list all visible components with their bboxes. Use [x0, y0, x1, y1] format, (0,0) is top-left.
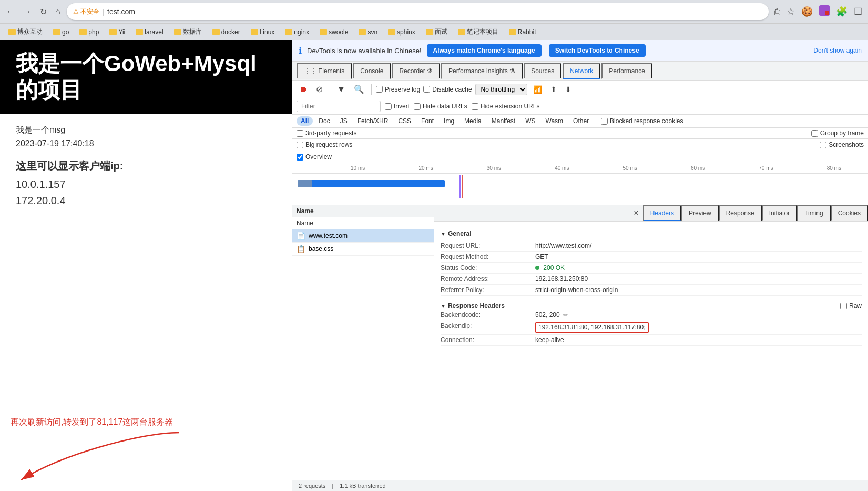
details-tab-preview[interactable]: Preview: [681, 205, 719, 221]
disable-cache-checkbox[interactable]: [423, 86, 430, 93]
address-bar[interactable]: ⚠ 不安全 | test.com: [67, 3, 769, 20]
refresh-button[interactable]: ↻: [38, 5, 49, 19]
back-button[interactable]: ←: [4, 5, 17, 18]
hide-data-urls-checkbox[interactable]: [414, 103, 421, 110]
bookmark-notebook[interactable]: 笔记本项目: [454, 26, 503, 38]
details-tab-headers[interactable]: Headers: [643, 205, 681, 221]
details-tab-response[interactable]: Response: [719, 205, 762, 221]
extension-icon[interactable]: 🧩: [834, 4, 849, 19]
bookmark-interview[interactable]: 面试: [422, 26, 452, 38]
dismiss-button[interactable]: Don't show again: [813, 47, 862, 54]
raw-label[interactable]: Raw: [840, 302, 862, 309]
blocked-cookies-label[interactable]: Blocked response cookies: [601, 117, 683, 125]
export-button[interactable]: ⬇: [563, 84, 574, 95]
tab-performance[interactable]: Performance: [601, 63, 652, 79]
filter-css[interactable]: CSS: [394, 116, 415, 126]
bookmark-linux[interactable]: Linux: [247, 27, 279, 37]
filter-manifest[interactable]: Manifest: [487, 116, 519, 126]
record-button[interactable]: ⏺: [297, 83, 310, 96]
window-icon[interactable]: ☐: [852, 4, 864, 19]
hide-extension-urls-label[interactable]: Hide extension URLs: [472, 103, 540, 110]
group-by-frame-checkbox[interactable]: [811, 130, 818, 137]
devtools-panel: ℹ DevTools is now available in Chinese! …: [292, 40, 868, 491]
bookmark-php[interactable]: php: [75, 27, 103, 37]
bookmark-rabbit[interactable]: Rabbit: [505, 27, 540, 37]
filter-fetch-xhr[interactable]: Fetch/XHR: [353, 116, 393, 126]
filter-media[interactable]: Media: [460, 116, 486, 126]
profile-icon[interactable]: [818, 4, 831, 20]
edit-icon[interactable]: ✏: [563, 312, 568, 318]
connection-key: Connection:: [441, 336, 535, 344]
wifi-icon[interactable]: 📶: [530, 84, 545, 95]
blocked-cookies-checkbox[interactable]: [601, 118, 608, 125]
network-item-css[interactable]: 📋 base.css: [292, 243, 434, 256]
bookmark-swoole[interactable]: swoole: [315, 27, 352, 37]
bookmark-yii[interactable]: Yii: [105, 27, 129, 37]
preserve-log-label[interactable]: Preserve log: [376, 86, 420, 93]
hide-data-urls-label[interactable]: Hide data URLs: [414, 103, 467, 110]
overview-checkbox[interactable]: [297, 154, 303, 161]
group-by-frame-label[interactable]: Group by frame: [811, 129, 864, 137]
details-tab-cookies[interactable]: Cookies: [831, 205, 868, 221]
hide-extension-urls-checkbox[interactable]: [472, 103, 478, 110]
forward-button[interactable]: →: [21, 5, 34, 18]
cookie-icon[interactable]: 🍪: [800, 4, 814, 19]
star-icon[interactable]: ☆: [785, 4, 796, 19]
disable-cache-label[interactable]: Disable cache: [423, 86, 472, 93]
screenshots-checkbox[interactable]: [820, 142, 826, 148]
filter-other[interactable]: Other: [569, 116, 593, 126]
tab-elements[interactable]: ⋮⋮ Elements: [297, 63, 352, 79]
bookmark-docker[interactable]: docker: [208, 27, 244, 37]
filter-input[interactable]: [297, 101, 381, 112]
filter-img[interactable]: Img: [440, 116, 458, 126]
third-party-checkbox[interactable]: [297, 130, 303, 137]
switch-chinese-button[interactable]: Switch DevTools to Chinese: [549, 44, 646, 57]
tab-sources[interactable]: Sources: [524, 63, 561, 79]
match-language-button[interactable]: Always match Chrome's language: [427, 44, 542, 57]
filter-button[interactable]: ▼: [334, 83, 348, 96]
bookmark-bz[interactable]: 博众互动: [4, 26, 47, 38]
close-details-button[interactable]: ×: [629, 206, 642, 220]
details-tab-timing[interactable]: Timing: [797, 205, 831, 221]
filter-wasm[interactable]: Wasm: [542, 116, 568, 126]
status-code-row: Status Code: 200 OK: [441, 263, 862, 274]
raw-checkbox[interactable]: [840, 303, 847, 309]
folder-icon: [136, 29, 143, 35]
share-icon[interactable]: ⎙: [773, 5, 782, 19]
import-button[interactable]: ⬆: [548, 84, 559, 95]
big-rows-checkbox[interactable]: [297, 142, 303, 148]
filter-doc[interactable]: Doc: [314, 116, 334, 126]
bookmark-sphinx[interactable]: sphinx: [384, 27, 420, 37]
filter-all[interactable]: All: [297, 116, 313, 126]
bookmark-db[interactable]: 数据库: [170, 26, 206, 38]
folder-icon: [109, 29, 117, 35]
bookmark-laravel[interactable]: laravel: [131, 27, 167, 37]
overview-label[interactable]: Overview: [297, 153, 332, 161]
home-button[interactable]: ⌂: [53, 5, 63, 18]
big-rows-label[interactable]: Big request rows: [297, 141, 352, 148]
network-list-col-header: Name: [292, 217, 434, 229]
bookmark-nginx[interactable]: nginx: [281, 27, 313, 37]
invert-checkbox[interactable]: [385, 103, 392, 110]
tab-recorder[interactable]: Recorder ⚗: [392, 63, 440, 79]
filter-js[interactable]: JS: [336, 116, 352, 126]
third-party-label[interactable]: 3rd-party requests: [297, 129, 356, 137]
tab-console[interactable]: Console: [353, 63, 391, 79]
tab-performance-insights[interactable]: Performance insights ⚗: [441, 63, 523, 79]
throttle-select[interactable]: No throttling: [475, 84, 527, 95]
filter-ws[interactable]: WS: [521, 116, 539, 126]
bookmark-svn[interactable]: svn: [354, 27, 382, 37]
tl-70: 70 ms: [732, 165, 800, 171]
network-item-www[interactable]: 📄 www.test.com: [292, 229, 434, 243]
invert-label[interactable]: Invert: [385, 103, 410, 110]
preserve-log-checkbox[interactable]: [376, 86, 383, 93]
bookmark-go[interactable]: go: [49, 27, 73, 37]
screenshots-label[interactable]: Screenshots: [820, 141, 864, 148]
search-button[interactable]: 🔍: [351, 83, 367, 96]
tab-network[interactable]: Network: [563, 63, 600, 79]
filter-font[interactable]: Font: [417, 116, 438, 126]
bookmarks-bar: 博众互动 go php Yii laravel 数据库 docker Linu: [0, 23, 868, 40]
details-tab-initiator[interactable]: Initiator: [762, 205, 797, 221]
separator2: [371, 84, 372, 95]
clear-button[interactable]: ⊘: [313, 83, 325, 96]
